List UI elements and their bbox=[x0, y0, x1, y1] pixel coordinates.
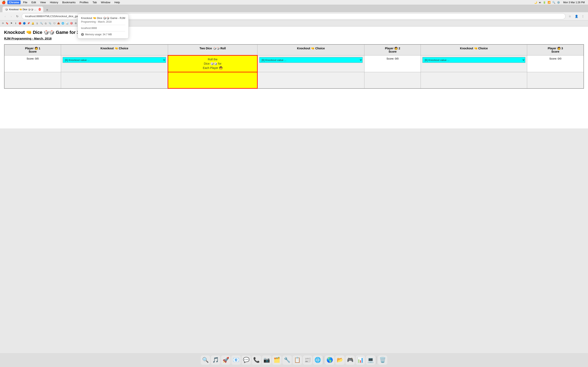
toolbar-icon-3[interactable]: ⚑ bbox=[9, 21, 13, 25]
dock-folder[interactable]: 📂 bbox=[335, 355, 345, 365]
toolbar-icon-6[interactable]: 🔵 bbox=[22, 21, 26, 25]
table-row-empty bbox=[4, 72, 584, 89]
new-tab-button[interactable]: + bbox=[45, 8, 49, 12]
battery-icon: 🔋 bbox=[543, 1, 546, 4]
player3-score-cell: Score: 0/0 bbox=[527, 55, 584, 72]
dock-chrome[interactable]: 🌎 bbox=[325, 355, 334, 365]
toolbar-icon-16[interactable]: 📊 bbox=[65, 21, 69, 25]
tabs-container: 🎲 Knockout 🤜 Dice 🎲🎲 Game - RJM × + bbox=[2, 5, 49, 12]
toolbar-icon-14[interactable]: 📤 bbox=[57, 21, 61, 25]
dock-game[interactable]: 🎮 bbox=[346, 355, 355, 365]
active-tab[interactable]: 🎲 Knockout 🤜 Dice 🎲🎲 Game - RJM × bbox=[2, 7, 43, 12]
page-content: Knockout 🤜 Dice 🎲🎲 Game for 3 👥 Winers 👥… bbox=[0, 26, 588, 128]
dock-numbers[interactable]: 📊 bbox=[356, 355, 365, 365]
empty-cell-1 bbox=[4, 72, 61, 89]
toolbar-icon-1[interactable]: ⟳ bbox=[1, 21, 5, 25]
player1-score-cell: Score: 0/0 bbox=[4, 55, 61, 72]
dock-utilities[interactable]: 🔧 bbox=[282, 355, 292, 365]
bookmark-icon[interactable]: ☆ bbox=[567, 14, 572, 19]
toolbar-icon-4[interactable]: ℹ bbox=[14, 21, 18, 25]
toolbar-icon-17[interactable]: 🎯 bbox=[69, 21, 73, 25]
menu-chrome[interactable]: Chrome bbox=[7, 0, 21, 4]
toolbar-icon-13[interactable]: 🛡 bbox=[52, 21, 56, 25]
toolbar-icon-2[interactable]: 🔖 bbox=[5, 21, 9, 25]
toolbar-icon-11[interactable]: G bbox=[44, 21, 48, 25]
profile-icon[interactable]: 👤 bbox=[574, 14, 579, 19]
tooltip-divider bbox=[81, 25, 125, 25]
header-player3-score: Player 🧑 3 Score bbox=[527, 44, 584, 55]
tooltip-memory: ℹ Memory usage: 34.7 MB bbox=[81, 33, 125, 36]
dock-safari[interactable]: 🌐 bbox=[313, 355, 322, 365]
menu-tab[interactable]: Tab bbox=[91, 0, 98, 4]
player2-score-cell: Score: 0/0 bbox=[364, 55, 421, 72]
tab-title: Knockout 🤜 Dice 🎲🎲 Game - RJM bbox=[9, 8, 37, 11]
tooltip-url: localhost:8888 bbox=[81, 27, 125, 30]
dark-mode-icon[interactable]: 🌙 bbox=[534, 1, 537, 4]
dock-news[interactable]: 📰 bbox=[303, 355, 312, 365]
dock-notes[interactable]: 📋 bbox=[293, 355, 302, 365]
menu-profiles[interactable]: Profiles bbox=[78, 0, 90, 4]
table-row: Score: 0/0 [6] Knockout value ... Roll t… bbox=[4, 55, 584, 72]
knockout3-select-wrapper: [6] Knockout value ... bbox=[423, 57, 525, 63]
dock-files[interactable]: 🗂️ bbox=[272, 355, 282, 365]
player2-score: Score: 0/0 bbox=[387, 57, 398, 60]
knockout3-select[interactable]: [6] Knockout value ... bbox=[423, 57, 525, 63]
tooltip-subtitle: Programming - March, 2018 bbox=[81, 20, 125, 23]
apple-menu-icon[interactable]: 🍎 bbox=[2, 0, 6, 4]
dock-photos[interactable]: 📷 bbox=[262, 355, 271, 365]
menu-help[interactable]: Help bbox=[113, 0, 122, 4]
toolbar-icon-10[interactable]: 🔍 bbox=[39, 21, 43, 25]
memory-icon: ℹ bbox=[81, 33, 84, 36]
table-header-row: Player 🧑 1 Score Knockout 🤜 Choice Two D… bbox=[4, 44, 584, 55]
media-icon: ⏯ bbox=[539, 1, 541, 4]
dock-messages[interactable]: 💬 bbox=[242, 355, 251, 365]
game-table: Player 🧑 1 Score Knockout 🤜 Choice Two D… bbox=[4, 44, 584, 89]
dock-facetime[interactable]: 📞 bbox=[252, 355, 261, 365]
tooltip-title: Knockout 🤜 Dice 🎲🎲 Game - RJM bbox=[81, 17, 125, 20]
knockout2-select[interactable]: [6] Knockout value ... bbox=[259, 57, 363, 63]
dice-roll-cell[interactable]: Roll the Dice 🎲🎲 for Each Player 🧑 bbox=[168, 55, 258, 72]
dock-music[interactable]: 🎵 bbox=[211, 355, 220, 365]
empty-dice-cell bbox=[168, 72, 258, 89]
search-icon[interactable]: 🔍 bbox=[552, 1, 555, 4]
toolbar-icon-18[interactable]: ⚙ bbox=[74, 21, 78, 25]
empty-cell-6 bbox=[421, 72, 527, 89]
header-player1-score: Player 🧑 1 Score bbox=[4, 44, 61, 55]
toolbar-icon-12[interactable]: 📎 bbox=[48, 21, 52, 25]
reload-button[interactable]: ↻ bbox=[15, 14, 20, 19]
player3-score: Score: 0/0 bbox=[549, 57, 561, 60]
empty-cell-2 bbox=[61, 72, 168, 89]
forward-button[interactable]: › bbox=[9, 14, 14, 19]
menu-file[interactable]: File bbox=[21, 0, 29, 4]
toolbar-icon-8[interactable]: 🔔 bbox=[31, 21, 35, 25]
knockout3-choice-cell: [6] Knockout value ... bbox=[421, 55, 527, 72]
dice-roll-content: Roll the Dice 🎲🎲 for Each Player 🧑 bbox=[170, 57, 256, 70]
dock: 🔍 🎵 🚀 📧 💬 📞 📷 🗂️ 🔧 📋 📰 🌐 🌎 📂 🎮 📊 💻 🗑️ bbox=[0, 353, 588, 367]
back-button[interactable]: ‹ bbox=[2, 14, 8, 19]
menu-view[interactable]: View bbox=[38, 0, 47, 4]
extensions-icon[interactable]: ⋮ bbox=[580, 14, 586, 19]
dock-mail[interactable]: 📧 bbox=[231, 355, 241, 365]
header-knockout3-choice: Knockout 🤜 Choice bbox=[421, 44, 527, 55]
dock-finder[interactable]: 🔍 bbox=[201, 355, 210, 365]
dock-terminal[interactable]: 💻 bbox=[366, 355, 375, 365]
empty-cell-4 bbox=[258, 72, 364, 89]
tab-close-button[interactable]: × bbox=[39, 8, 41, 11]
menu-bookmarks[interactable]: Bookmarks bbox=[61, 0, 77, 4]
knockout2-choice-cell: [6] Knockout value ... bbox=[258, 55, 364, 72]
empty-cell-7 bbox=[527, 72, 584, 89]
toolbar-icon-15[interactable]: 🌐 bbox=[61, 21, 65, 25]
dock-separator bbox=[324, 356, 324, 364]
control-center-icon[interactable]: ⚙️ bbox=[557, 1, 560, 4]
menu-history[interactable]: History bbox=[48, 0, 60, 4]
toolbar-icon-7[interactable]: 📌 bbox=[26, 21, 31, 25]
address-bar-right: ☆ 👤 ⋮ bbox=[567, 14, 586, 19]
dock-trash[interactable]: 🗑️ bbox=[378, 355, 387, 365]
header-knockout2-choice: Knockout 🤜 Choice bbox=[258, 44, 364, 55]
toolbar-icon-9[interactable]: S bbox=[35, 21, 39, 25]
toolbar-icon-5[interactable]: 🔴 bbox=[18, 21, 22, 25]
knockout1-select[interactable]: [6] Knockout value ... bbox=[63, 57, 166, 63]
menu-window[interactable]: Window bbox=[99, 0, 112, 4]
dock-launchpad[interactable]: 🚀 bbox=[221, 355, 231, 365]
menu-edit[interactable]: Edit bbox=[30, 0, 38, 4]
